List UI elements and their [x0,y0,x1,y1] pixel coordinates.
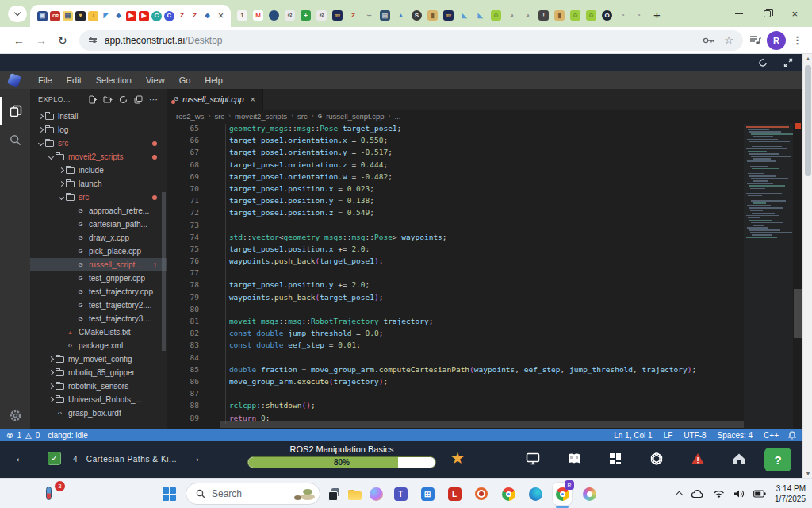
bookmark-star-icon[interactable]: ☆ [724,34,733,46]
youtube-icon[interactable]: ▶ [139,11,149,21]
menu-go[interactable]: Go [172,75,198,85]
tree-item-pick-place-cpp[interactable]: Gpick_place.cpp [30,244,167,258]
code-line-68[interactable]: 68 target_pose1.orientation.z = 0.444; [167,159,802,171]
taskbar-search[interactable]: Search [186,483,320,505]
tree-item-log[interactable]: log [30,123,167,137]
windows-start-icon[interactable] [163,487,176,501]
globe-icon[interactable] [269,10,279,21]
tree-item-src[interactable]: src [30,137,167,150]
tree-item-test-trajectory3-[interactable]: Gtest_trajectory3.... [30,312,167,325]
new-folder-icon[interactable] [103,95,113,104]
explorer-scrollbar[interactable] [162,192,166,351]
clock-icon[interactable]: ◔ [634,10,644,21]
status-utf-8[interactable]: UTF-8 [684,431,706,440]
scroll-up-icon[interactable]: ▲ [803,56,812,61]
tree-item-package-xml[interactable]: ‹›package.xml [30,339,167,352]
tree-item-russell-script-[interactable]: Grussell_script...1 [30,258,167,271]
tree-item-moveit2-scripts[interactable]: moveit2_scripts [30,150,167,164]
triangle-icon[interactable]: ▲ [396,10,406,21]
media-controls-icon[interactable] [749,35,762,45]
menu-file[interactable]: File [31,75,59,85]
code-line-80[interactable]: 80 [167,303,802,315]
tree-item-robotiq-85-gripper[interactable]: robotiq_85_gripper [30,366,167,379]
code-line-84[interactable]: 84 [167,352,802,364]
status-spaces-4[interactable]: Spaces: 4 [718,431,753,440]
breadcrumb-item[interactable]: ... [395,112,401,121]
more-actions-icon[interactable]: ⋯ [149,94,159,105]
paper-plane-icon[interactable]: ◣ [475,10,485,21]
code-line-85[interactable]: 85 double fraction = move_group_arm.comp… [167,364,802,375]
tree-item-my-moveit-config[interactable]: my_moveit_config [30,352,167,366]
editor-vertical-scrollbar[interactable] [793,122,802,429]
tree-item-test-gripper-cpp[interactable]: Gtest_gripper.cpp [30,271,167,285]
breadcrumb-item[interactable]: src [214,112,224,121]
microsoft-store-icon[interactable]: ⊞ [418,483,437,505]
c-circle-icon[interactable]: C [151,11,162,21]
search-view-icon[interactable] [0,125,30,154]
desktop-view-icon[interactable] [526,452,540,466]
brave-browser-icon[interactable] [472,483,491,505]
code-line-73[interactable]: 73 [167,219,802,231]
youtube-icon[interactable]: ▶ [126,11,136,21]
battery-icon[interactable] [753,490,766,498]
code-line-77[interactable]: 77 [167,267,802,279]
file-explorer-icon[interactable] [348,490,362,500]
breadcrumb-item[interactable]: ros2_ws [176,112,204,121]
forward-button[interactable]: → [36,35,47,46]
profile-avatar[interactable]: R [767,31,786,50]
code-line-86[interactable]: 86 move_group_arm.execute(trajectory); [167,375,802,387]
chrome-icon[interactable] [499,483,518,505]
taskbar-clock[interactable]: 3:14 PM 1/7/2025 [775,483,806,504]
password-key-icon[interactable] [703,37,714,44]
breadcrumb-item[interactable]: moveit2_scripts [235,112,287,121]
clock-icon[interactable]: ◔ [618,10,628,21]
graduation-icon[interactable]: ▾ [75,11,86,21]
chrome-profile-icon[interactable]: R [553,483,572,505]
clock-icon[interactable]: ◕ [523,10,533,21]
teams-icon[interactable]: T [391,483,410,505]
notebook-docs-icon[interactable] [567,452,581,466]
plus-green-icon[interactable]: + [301,10,311,21]
tab-close-icon[interactable]: × [218,11,224,21]
favorite-star-icon[interactable]: ★ [450,448,465,468]
collapse-all-icon[interactable] [134,95,143,104]
apps-grid-icon[interactable] [608,452,622,466]
code-line-67[interactable]: 67 target_pose1.orientation.y = -0.517; [167,146,802,158]
smiley-icon[interactable]: ☺ [586,10,596,21]
tree-item-install[interactable]: install [30,110,167,123]
minimap[interactable] [744,124,793,429]
previous-lesson-button[interactable]: ← [14,451,27,465]
new-file-icon[interactable] [88,95,97,104]
restore-icon[interactable] [764,10,771,17]
volume-icon[interactable] [733,489,745,498]
my-icon[interactable]: my [443,10,454,21]
address-bar[interactable]: app.theconstruct.ai /Desktop ☆ [79,30,743,51]
tree-item-robotnik-sensors[interactable]: robotnik_sensors [30,379,167,393]
report-warning-icon[interactable] [691,452,705,466]
back-button[interactable]: ← [13,35,25,46]
grid2-icon[interactable]: #2 [316,10,327,21]
fullscreen-icon[interactable] [783,58,793,67]
z-icon[interactable]: Z [348,10,358,21]
tree-item-universal-robots-[interactable]: Universal_Robots_... [30,393,167,406]
tree-item-draw-x-cpp[interactable]: Gdraw_x.cpp [30,231,167,244]
settings-gear-icon[interactable] [0,409,30,422]
code-line-74[interactable]: 74 std::vector<geometry_msgs::msg::Pose>… [167,231,802,243]
tree-item-test-trajectory-cpp[interactable]: Gtest_trajectory.cpp [30,285,167,298]
tree-item-test-trajectory2-[interactable]: Gtest_trajectory2.... [30,298,167,312]
breadcrumb-item[interactable]: src [297,112,308,121]
active-browser-tab[interactable]: ▣IOP▤▾♪◤◆▶▶CCZZ◆ × [30,5,231,27]
code-line-83[interactable]: 83 const double eef_step = 0.01; [167,339,802,351]
task-view-icon[interactable] [328,488,340,500]
music-icon[interactable]: ♪ [88,11,98,21]
onedrive-cloud-icon[interactable] [691,489,704,498]
menu-edit[interactable]: Edit [59,75,89,85]
s-circle-icon[interactable]: S [412,10,422,21]
tree-item-grasp-box-urdf[interactable]: ‹›grasp_box.urdf [30,406,167,420]
tab-close-icon[interactable]: × [251,94,255,104]
c-circle-icon[interactable]: C [164,11,174,21]
scroll-down-icon[interactable]: ▼ [803,471,812,476]
close-icon[interactable]: × [791,9,798,19]
next-lesson-button[interactable]: → [189,451,201,465]
editor-horizontal-scrollbar[interactable] [220,421,744,428]
